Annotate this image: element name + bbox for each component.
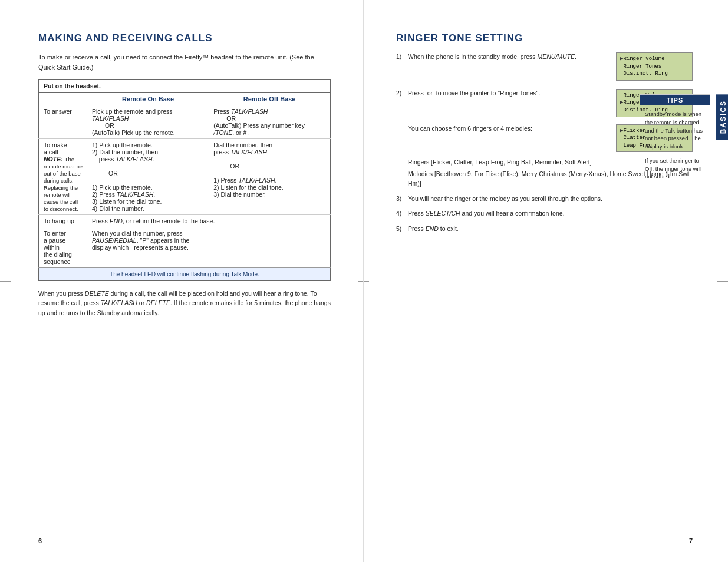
col-header-row: Remote On Base Remote Off Base [39, 93, 331, 105]
step-4: 4) Press SELECT/CH and you will hear a c… [396, 209, 693, 219]
table-highlight-row: The headset LED will continue flashing d… [39, 268, 331, 281]
step-3-num: 3) [396, 194, 408, 204]
make-call-action: To makea call NOTE: Theremote must beout… [39, 139, 88, 215]
step-5: 5) Press END to exit. [396, 224, 693, 234]
step-4-num: 4) [396, 209, 408, 219]
left-page-number: 6 [38, 537, 42, 544]
step-1-lcd: ▶Ringer Volume Ringer Tones Distinct. Ri… [616, 52, 693, 81]
table-row-hangup: To hang up Press END, or return the remo… [39, 215, 331, 227]
table-row-make-call: To makea call NOTE: Theremote must beout… [39, 139, 331, 215]
left-page: Making and Receiving Calls To make or re… [0, 0, 364, 562]
col-on-base-header: Remote On Base [87, 93, 209, 105]
intro-text: To make or receive a call, you need to c… [38, 52, 331, 72]
table-header-row: Put on the headset. [39, 80, 331, 93]
highlight-text: The headset LED will continue flashing d… [39, 268, 331, 281]
step-1-content: When the phone is in the standby mode, p… [408, 52, 693, 83]
step-5-num: 5) [396, 224, 408, 234]
page-container: Making and Receiving Calls To make or re… [0, 0, 728, 562]
answer-off-base: Press TALK/FLASH OR (AutoTalk) Press any… [209, 105, 330, 139]
answer-on-base: Pick up the remote and press TALK/FLASH … [87, 105, 209, 139]
step-1: 1) When the phone is in the standby mode… [396, 52, 693, 83]
step-3-content: You will hear the ringer or the melody a… [408, 194, 693, 204]
tips-box: TIPS Standby mode is when the remote is … [640, 94, 710, 186]
make-call-on-base: 1) Pick up the remote. 2) Dial the numbe… [87, 139, 209, 215]
tips-header: TIPS [640, 95, 710, 105]
step-5-content: Press END to exit. [408, 224, 693, 234]
step-2-num: 2) [396, 89, 408, 98]
tips-text-1: Standby mode is when the remote is charg… [645, 110, 705, 151]
step-1-text: When the phone is in the standby mode, p… [408, 52, 607, 62]
left-section-title: Making and Receiving Calls [38, 32, 331, 44]
below-table-text: When you press DELETE during a call, the… [38, 289, 331, 318]
hangup-action: To hang up [39, 215, 88, 227]
hangup-combined: Press END, or return the remote to the b… [87, 215, 331, 227]
make-call-off-base: Dial the number, then press TALK/FLASH. … [209, 139, 330, 215]
col-action-header [39, 93, 88, 105]
step-1-with-display: When the phone is in the standby mode, p… [408, 52, 693, 83]
basics-tab: BASICS [716, 94, 728, 140]
step-4-content: Press SELECT/CH and you will hear a conf… [408, 209, 693, 219]
right-page-number: 7 [689, 537, 693, 544]
pause-action: To entera pausewithinthe dialingsequence [39, 227, 88, 268]
step-3: 3) You will hear the ringer or the melod… [396, 194, 693, 204]
step-1-num: 1) [396, 52, 408, 62]
answer-action: To answer [39, 105, 88, 139]
table-row-answer: To answer Pick up the remote and press T… [39, 105, 331, 139]
col-off-base-header: Remote Off Base [209, 93, 330, 105]
pause-combined: When you dial the number, press PAUSE/RE… [87, 227, 331, 268]
step-2-text: Press or to move the pointer to "Ringer … [408, 89, 607, 98]
right-section-title: Ringer Tone Setting [396, 32, 693, 44]
step-2-choose-text: You can choose from 6 ringers or 4 melod… [408, 124, 607, 134]
tips-content: Standby mode is when the remote is charg… [640, 105, 710, 186]
table-row-pause: To entera pausewithinthe dialingsequence… [39, 227, 331, 268]
call-table: Put on the headset. Remote On Base Remot… [38, 79, 331, 281]
right-page: Ringer Tone Setting 1) When the phone is… [364, 0, 728, 562]
table-header: Put on the headset. [39, 80, 331, 93]
tips-text-2: If you set the ringer to Off, the ringer… [645, 157, 705, 181]
